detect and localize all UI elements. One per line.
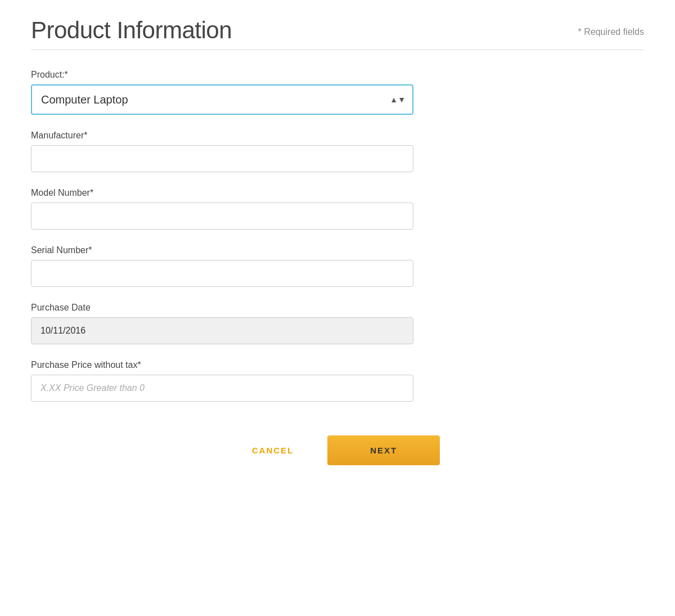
header-divider	[31, 50, 644, 50]
serial-number-label: Serial Number*	[31, 245, 413, 255]
product-form: Product:* Computer Laptop Desktop Comput…	[31, 70, 413, 402]
required-notice: * Required fields	[578, 27, 644, 37]
product-field-group: Product:* Computer Laptop Desktop Comput…	[31, 70, 413, 115]
form-actions: CANCEL NEXT	[31, 435, 644, 465]
next-button[interactable]: NEXT	[327, 435, 440, 465]
model-number-input[interactable]	[31, 203, 413, 230]
page-header: Product Information * Required fields	[31, 17, 644, 44]
product-select[interactable]: Computer Laptop Desktop Computer Tablet …	[31, 84, 413, 115]
product-label: Product:*	[31, 70, 413, 80]
product-select-wrapper: Computer Laptop Desktop Computer Tablet …	[31, 84, 413, 115]
model-number-label: Model Number*	[31, 188, 413, 198]
manufacturer-label: Manufacturer*	[31, 131, 413, 141]
purchase-price-input[interactable]	[31, 375, 413, 402]
cancel-button[interactable]: CANCEL	[235, 435, 311, 465]
page-title: Product Information	[31, 17, 232, 44]
purchase-date-label: Purchase Date	[31, 303, 413, 313]
purchase-date-field-group: Purchase Date	[31, 303, 413, 344]
purchase-date-input	[31, 317, 413, 344]
purchase-price-label: Purchase Price without tax*	[31, 360, 413, 370]
purchase-price-field-group: Purchase Price without tax*	[31, 360, 413, 402]
manufacturer-field-group: Manufacturer*	[31, 131, 413, 172]
manufacturer-input[interactable]	[31, 145, 413, 172]
model-number-field-group: Model Number*	[31, 188, 413, 230]
serial-number-input[interactable]	[31, 260, 413, 287]
serial-number-field-group: Serial Number*	[31, 245, 413, 287]
